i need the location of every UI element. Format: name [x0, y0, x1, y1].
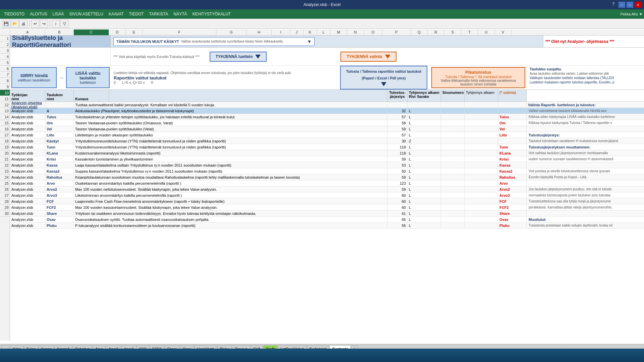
table-row[interactable]: Analyzer.xlsb Pluku P-lukuanalyysi sisäl…	[10, 223, 644, 229]
filter-button[interactable]: ▽	[60, 20, 68, 28]
tulosta-tallenna-button[interactable]: Tulosta / Tallenna raporttiin valitut ta…	[340, 66, 427, 89]
row-num-5[interactable]: 5	[0, 60, 10, 66]
table-row[interactable]: Analyzer.xlsb Arvo2 Max 100 vuoden netto…	[10, 186, 644, 192]
col-s[interactable]: S	[444, 29, 461, 35]
row-num-17[interactable]: 17	[0, 132, 10, 138]
col-d[interactable]: D	[109, 29, 126, 35]
table-row[interactable]: Analyzer.xlsb FCF Laajennettu Free Cash …	[10, 198, 644, 204]
col-n[interactable]: N	[347, 29, 364, 35]
table-row[interactable]: Analyzer.xlsb KLana Kustannusrakenneanal…	[10, 150, 644, 156]
col-t[interactable]: T	[461, 29, 478, 35]
table-row[interactable]: Analyzer.xlsb Tulos Tuloslaskelman ja yh…	[10, 114, 644, 120]
menu-aloitus[interactable]: ALOITUS	[27, 10, 50, 18]
table-row[interactable]: Analyzer.xlsb Arvo3 Liiketoiminnan arvon…	[10, 192, 644, 198]
row-num-15[interactable]: 15	[0, 120, 10, 126]
table-row[interactable]: Analyzer.xlsb Tunn Yritystutkimusneuvott…	[10, 144, 644, 150]
row-num-22[interactable]: 22	[0, 162, 10, 168]
col-k[interactable]: K	[304, 29, 317, 35]
table-row[interactable]: Analyzer.xlsb Om Taseen Vastaavaa-puolen…	[10, 120, 644, 126]
menu-tarkista[interactable]: TARKISTA	[147, 10, 171, 18]
row-num-7[interactable]: 7	[0, 72, 10, 78]
open-button[interactable]: 📂	[11, 20, 19, 28]
col-r[interactable]: R	[428, 29, 444, 35]
table-row[interactable]: Analyzer.xlsb Kassa Laaja kassavirtalask…	[10, 162, 644, 168]
col-p[interactable]: P	[382, 29, 411, 35]
row-num-27[interactable]: 27	[0, 192, 10, 198]
tyhjenna-luettelo-button[interactable]: TYHJENNÄ luettelo	[210, 52, 267, 62]
table-row[interactable]: Analyzer.xlsb Rahoitus Kirjanpitolautaku…	[10, 174, 644, 180]
table-row[interactable]: Analyzer.xlsb Vel Taseen Vastaavaa-puole…	[10, 126, 644, 132]
row-num-26[interactable]: 26	[0, 186, 10, 192]
col-v[interactable]: V	[495, 29, 512, 35]
row-num-18[interactable]: 18	[0, 138, 10, 144]
table-row[interactable]: Analyzer-ohjelma (Analyzer.xlsb) Tuottaa…	[10, 102, 644, 108]
row-num-12[interactable]: 12	[0, 102, 10, 108]
row-num-13[interactable]: 13	[0, 108, 10, 114]
menu-lisaa[interactable]: LISÄÄ	[50, 10, 66, 18]
row-num-20[interactable]: 20	[0, 150, 10, 156]
row-num-2[interactable]: 2	[0, 42, 10, 48]
row-num-1[interactable]: 1	[0, 36, 10, 42]
menu-tiedot[interactable]: TIEDOT	[126, 10, 147, 18]
menu-tiedosto[interactable]: TIEDOSTO	[1, 10, 27, 18]
col-q[interactable]: Q	[411, 29, 428, 35]
row-num-29[interactable]: 29	[0, 204, 10, 210]
help-icon[interactable]: ?	[612, 2, 614, 8]
row-num-4[interactable]: 4	[0, 54, 10, 60]
row-num-3[interactable]: 3	[0, 48, 10, 54]
row-num-21[interactable]: 21	[0, 156, 10, 162]
col-o[interactable]: O	[364, 29, 382, 35]
dropdown-arrow-icon[interactable]: ▼	[307, 39, 312, 44]
col-c[interactable]: C	[74, 29, 109, 35]
minimize-button[interactable]: ─	[619, 2, 625, 8]
row-num-14[interactable]: 14	[0, 114, 10, 120]
table-row[interactable]: Analyzer.xlsb FCF2 Max 100 vuoden kassav…	[10, 204, 644, 210]
row-num-28[interactable]: 28	[0, 198, 10, 204]
maximize-button[interactable]: □	[627, 2, 633, 8]
menu-kehitystyokalut[interactable]: KEHITYSTYÖKALUT	[190, 10, 234, 18]
row-num-25[interactable]: 25	[0, 180, 10, 186]
row-num-19[interactable]: 19	[0, 144, 10, 150]
print-button[interactable]: 🖨	[19, 20, 28, 28]
menu-kaavat[interactable]: KAAVAT	[106, 10, 126, 18]
col-j[interactable]: J	[290, 29, 304, 35]
siirry-box[interactable]: SIIRRY hiirellä valittuun taulukkoon	[11, 67, 57, 88]
col-a[interactable]: A	[10, 29, 45, 35]
row-num-9[interactable]: 9	[0, 84, 10, 90]
table-row[interactable]: Analyzer.xlsb Kassa2 Suppea kassavirtala…	[10, 168, 644, 174]
menu-sivun-asettelu[interactable]: SIVUN ASETTELU	[67, 10, 106, 18]
col-h[interactable]: H	[247, 29, 272, 35]
table-row[interactable]: Analyzer.xlsb Share Yrityksen tai osakke…	[10, 210, 644, 217]
sort-button[interactable]: ↕	[52, 20, 60, 28]
col-b[interactable]: B	[45, 29, 74, 35]
row-num-8[interactable]: 8	[0, 78, 10, 84]
row-num-10[interactable]: 10	[0, 90, 10, 96]
col-m[interactable]: M	[330, 29, 347, 35]
col-f[interactable]: F	[143, 29, 216, 35]
table-row[interactable]: Analyzer.xlsb A Aloitustaulukko (Pikaohj…	[10, 108, 644, 114]
table-row[interactable]: Analyzer.xlsb Osav Osavuosikatsauksen sy…	[10, 217, 644, 223]
table-row[interactable]: Analyzer.xlsb Käskyt Yritystutkimusneuvo…	[10, 138, 644, 144]
col-u[interactable]: U	[478, 29, 495, 35]
lisaa-box[interactable]: LISÄÄ valittu taulukko luetteloon	[66, 67, 110, 88]
command-dropdown[interactable]: TÄMÄN TAULUKON MUUT KÄSKYT Valitse avaut…	[113, 37, 315, 46]
row-num-23[interactable]: 23	[0, 168, 10, 174]
col-l[interactable]: L	[317, 29, 330, 35]
row-num-11[interactable]: 11	[0, 96, 10, 102]
close-button[interactable]: ✕	[635, 2, 641, 8]
table-row[interactable]: Analyzer.xlsb Kriisi Kassakriisin tunnis…	[10, 156, 644, 162]
undo-button[interactable]: ↩	[31, 20, 39, 28]
row-num-16[interactable]: 16	[0, 126, 10, 132]
row-num-30[interactable]: 30	[0, 210, 10, 217]
table-row[interactable]: Analyzer.xlsb Arvo Osakekannan arvonmäär…	[10, 180, 644, 186]
col-e[interactable]: E	[126, 29, 143, 35]
save-button[interactable]: 💾	[2, 20, 10, 28]
col-g[interactable]: G	[216, 29, 247, 35]
redo-button[interactable]: ↪	[40, 20, 48, 28]
tyhjenna-valinta-button[interactable]: TYHJENNÄ valinta	[340, 52, 396, 62]
table-row[interactable]: Analyzer.xlsb Liite Liitetietojen ja mui…	[10, 132, 644, 138]
col-i[interactable]: I	[272, 29, 290, 35]
row-num-24[interactable]: 24	[0, 174, 10, 180]
menu-nayta[interactable]: NÄYTÄ	[171, 10, 190, 18]
row-num-6[interactable]: 6	[0, 66, 10, 72]
